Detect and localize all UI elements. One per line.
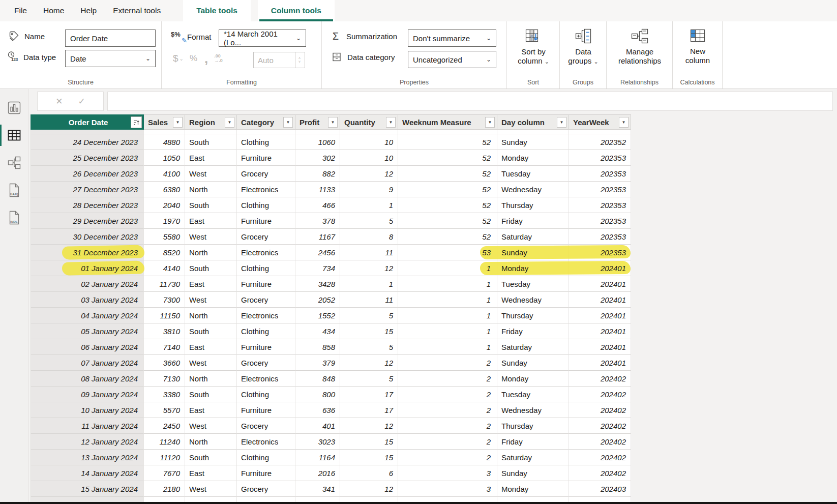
sort-ascending-icon[interactable]	[131, 116, 142, 128]
table-cell[interactable]: North	[185, 245, 237, 260]
column-header-category[interactable]: Category▼	[237, 114, 295, 130]
table-cell[interactable]: Clothing	[237, 450, 295, 465]
table-cell[interactable]: 434	[295, 323, 340, 339]
table-cell[interactable]: Wednesday	[497, 182, 569, 197]
table-cell[interactable]: 28 December 2023	[31, 197, 144, 213]
table-cell[interactable]: 26 December 2023	[31, 166, 144, 182]
table-cell[interactable]: 24 December 2023	[31, 134, 144, 150]
tab-home[interactable]: Home	[35, 0, 72, 21]
table-cell[interactable]: 04 January 2024	[31, 308, 144, 323]
table-cell[interactable]: 52	[398, 182, 497, 197]
table-cell[interactable]: 29 December 2023	[31, 213, 144, 229]
table-cell[interactable]: 882	[295, 166, 340, 182]
filter-dropdown-icon[interactable]: ▼	[225, 117, 234, 128]
table-cell[interactable]: 202401	[569, 260, 631, 276]
table-cell[interactable]: 03 January 2024	[31, 292, 144, 308]
table-cell[interactable]: 2	[398, 387, 497, 402]
percent-format-icon[interactable]: %	[190, 53, 197, 64]
table-cell[interactable]: Tuesday	[497, 387, 569, 402]
column-header-yearweek[interactable]: YearWeek▼	[569, 114, 631, 130]
model-view-button[interactable]	[0, 149, 28, 176]
table-cell[interactable]: West	[185, 418, 237, 434]
table-cell[interactable]: 800	[295, 387, 340, 402]
table-cell[interactable]: Clothing	[237, 260, 295, 276]
table-cell[interactable]: 2	[398, 371, 497, 387]
table-cell[interactable]: 2	[398, 418, 497, 434]
table-cell[interactable]: 1	[398, 339, 497, 355]
table-cell[interactable]: 01 January 2024	[31, 260, 144, 276]
table-cell[interactable]: Clothing	[237, 197, 295, 213]
table-cell[interactable]: North	[185, 308, 237, 323]
table-cell[interactable]: 202353	[569, 197, 631, 213]
format-select[interactable]: *14 March 2001 (Lo... ⌄	[219, 29, 306, 47]
table-cell[interactable]: 1	[398, 323, 497, 339]
table-cell[interactable]: 17	[340, 402, 398, 418]
table-cell[interactable]: Sunday	[497, 245, 569, 260]
table-cell[interactable]: Thursday	[497, 418, 569, 434]
table-cell[interactable]: East	[185, 339, 237, 355]
thousands-separator-icon[interactable]: ,	[204, 56, 208, 61]
table-cell[interactable]: 52	[398, 150, 497, 166]
table-cell[interactable]: Friday	[497, 434, 569, 450]
table-cell[interactable]: Wednesday	[497, 292, 569, 308]
table-cell[interactable]: Thursday	[497, 197, 569, 213]
table-cell[interactable]: West	[185, 292, 237, 308]
table-cell[interactable]: 202352	[569, 134, 631, 150]
table-cell[interactable]: 2	[398, 450, 497, 465]
table-cell[interactable]: 1167	[295, 229, 340, 245]
table-cell[interactable]: 5580	[144, 229, 185, 245]
table-cell[interactable]: 1133	[295, 182, 340, 197]
table-cell[interactable]: West	[185, 355, 237, 371]
table-cell[interactable]: 1	[398, 276, 497, 292]
formula-bar-input[interactable]	[107, 92, 833, 111]
table-cell[interactable]: 5570	[144, 402, 185, 418]
table-cell[interactable]: Saturday	[497, 229, 569, 245]
table-cell[interactable]: Electronics	[237, 245, 295, 260]
table-cell[interactable]: 202401	[569, 276, 631, 292]
column-header-profit[interactable]: Profit▼	[295, 114, 340, 130]
table-cell[interactable]: Friday	[497, 213, 569, 229]
table-cell[interactable]: 06 January 2024	[31, 339, 144, 355]
table-cell[interactable]: Thursday	[497, 308, 569, 323]
table-cell[interactable]: 6380	[144, 182, 185, 197]
table-cell[interactable]: South	[185, 323, 237, 339]
table-cell[interactable]: Electronics	[237, 371, 295, 387]
table-cell[interactable]: 202402	[569, 387, 631, 402]
table-cell[interactable]: 10 January 2024	[31, 402, 144, 418]
table-cell[interactable]: South	[185, 260, 237, 276]
sort-by-column-button[interactable]: Sort by column ⌄	[516, 28, 551, 66]
table-cell[interactable]: East	[185, 150, 237, 166]
table-cell[interactable]: 12	[340, 481, 398, 497]
column-header-sales[interactable]: Sales▼	[144, 114, 185, 130]
table-cell[interactable]: 202353	[569, 182, 631, 197]
tab-table-tools[interactable]: Table tools	[183, 0, 251, 21]
column-header-quantity[interactable]: Quantity▼	[340, 114, 398, 130]
table-cell[interactable]: 466	[295, 197, 340, 213]
table-cell[interactable]: Saturday	[497, 339, 569, 355]
table-cell[interactable]: 734	[295, 260, 340, 276]
table-cell[interactable]: 202353	[569, 245, 631, 260]
table-cell[interactable]: 3428	[295, 276, 340, 292]
dax-query-view-button[interactable]: DAX)	[0, 176, 28, 204]
table-cell[interactable]: 302	[295, 150, 340, 166]
table-cell[interactable]: 53	[398, 245, 497, 260]
data-category-select[interactable]: Uncategorized ⌄	[408, 51, 496, 68]
table-cell[interactable]: South	[185, 134, 237, 150]
table-cell[interactable]: 202403	[569, 481, 631, 497]
table-cell[interactable]: 4100	[144, 166, 185, 182]
table-cell[interactable]: 52	[398, 197, 497, 213]
table-cell[interactable]: Tuesday	[497, 166, 569, 182]
table-cell[interactable]: 52	[398, 166, 497, 182]
table-cell[interactable]: 09 January 2024	[31, 387, 144, 402]
table-cell[interactable]: 3380	[144, 387, 185, 402]
table-cell[interactable]: Electronics	[237, 308, 295, 323]
data-groups-button[interactable]: Data groups ⌄	[567, 28, 600, 66]
table-cell[interactable]: 15	[340, 323, 398, 339]
table-cell[interactable]: 10	[340, 134, 398, 150]
table-cell[interactable]: Electronics	[237, 182, 295, 197]
table-cell[interactable]: 11240	[144, 434, 185, 450]
table-cell[interactable]: 4880	[144, 134, 185, 150]
currency-chevron-icon[interactable]: ⌄	[180, 56, 184, 62]
table-cell[interactable]: Grocery	[237, 355, 295, 371]
table-cell[interactable]: 7300	[144, 292, 185, 308]
